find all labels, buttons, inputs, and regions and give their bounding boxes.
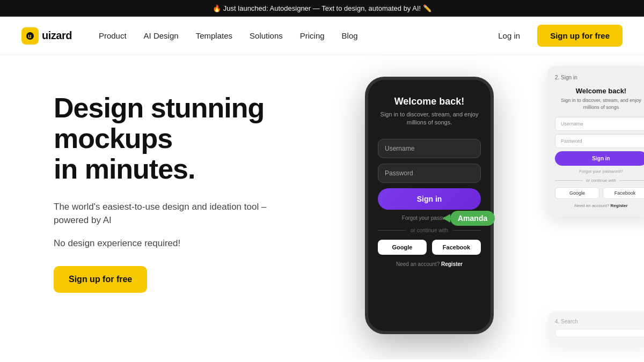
phone-username-field: Username xyxy=(378,139,481,158)
cursor-bubble: Amanda xyxy=(443,211,495,226)
logo-icon: u xyxy=(21,27,39,45)
nav-links: Product AI Design Templates Solutions Pr… xyxy=(91,27,489,45)
secondary-social-buttons: Google Facebook xyxy=(555,187,644,199)
hero-text: Design stunning mockups in minutes. The … xyxy=(54,82,311,293)
phone-register-text: Need an account? Register xyxy=(396,261,463,267)
nav-product[interactable]: Product xyxy=(91,27,134,45)
nav-actions: Log in Sign up for free xyxy=(489,25,623,47)
phone-social-buttons: Google Facebook xyxy=(378,240,481,255)
phone-google-button: Google xyxy=(378,240,427,255)
navbar: u uizard Product AI Design Templates Sol… xyxy=(0,17,644,55)
hero-note: No design experience required! xyxy=(54,238,311,249)
secondary-divider: or continue with xyxy=(555,178,644,183)
phone-divider: or continue with xyxy=(378,227,481,233)
nav-templates[interactable]: Templates xyxy=(188,27,240,45)
secondary-google-button: Google xyxy=(555,187,599,199)
secondary-subtitle: Sign in to discover, stream, and enjoy m… xyxy=(555,97,644,110)
logo-text: uizard xyxy=(42,29,72,42)
secondary-signin-button: Sign in xyxy=(555,151,644,166)
secondary-username-field: Username xyxy=(555,117,644,131)
secondary-facebook-button: Facebook xyxy=(603,187,644,199)
cursor-arrow-icon xyxy=(443,214,450,223)
search-card-label: 4. Search xyxy=(555,319,644,324)
secondary-forgot-link: Forgot your password? xyxy=(555,169,644,174)
nav-solutions[interactable]: Solutions xyxy=(242,27,290,45)
secondary-password-field: Password xyxy=(555,134,644,148)
logo-link[interactable]: u uizard xyxy=(21,27,72,45)
svg-text:u: u xyxy=(28,33,32,39)
search-card: 4. Search xyxy=(547,311,644,345)
signup-button[interactable]: Sign up for free xyxy=(537,25,623,47)
nav-ai-design[interactable]: AI Design xyxy=(136,27,186,45)
hero-section: Design stunning mockups in minutes. The … xyxy=(0,55,644,359)
nav-blog[interactable]: Blog xyxy=(334,27,365,45)
phone-signin-button: Sign in xyxy=(378,188,481,210)
announcement-banner: 🔥 Just launched: Autodesigner — Text to … xyxy=(0,0,644,17)
phone-facebook-button: Facebook xyxy=(432,240,481,255)
banner-text: 🔥 Just launched: Autodesigner — Text to … xyxy=(213,4,431,12)
secondary-welcome: Welcome back! xyxy=(555,87,644,95)
secondary-register-text: Need an account? Register xyxy=(555,203,644,208)
hero-title: Design stunning mockups in minutes. xyxy=(54,93,311,185)
phone-welcome: Welcome back! xyxy=(394,96,465,107)
phone-subtitle: Sign in to discover, stream, and enjoy m… xyxy=(378,110,481,127)
phone-password-field: Password xyxy=(378,164,481,183)
hero-visual: Welcome back! Sign in to discover, strea… xyxy=(338,66,644,359)
hero-subtitle: The world's easiest-to-use design and id… xyxy=(54,200,268,227)
nav-pricing[interactable]: Pricing xyxy=(292,27,332,45)
search-bar xyxy=(555,329,644,337)
hero-cta-button[interactable]: Sign up for free xyxy=(54,266,147,293)
cursor-username: Amanda xyxy=(450,211,495,226)
phone-mockup: Welcome back! Sign in to discover, strea… xyxy=(365,77,494,334)
secondary-signin-card: 2. Sign in Welcome back! Sign in to disc… xyxy=(547,66,644,217)
secondary-card-label: 2. Sign in xyxy=(555,75,644,80)
login-button[interactable]: Log in xyxy=(489,27,529,45)
